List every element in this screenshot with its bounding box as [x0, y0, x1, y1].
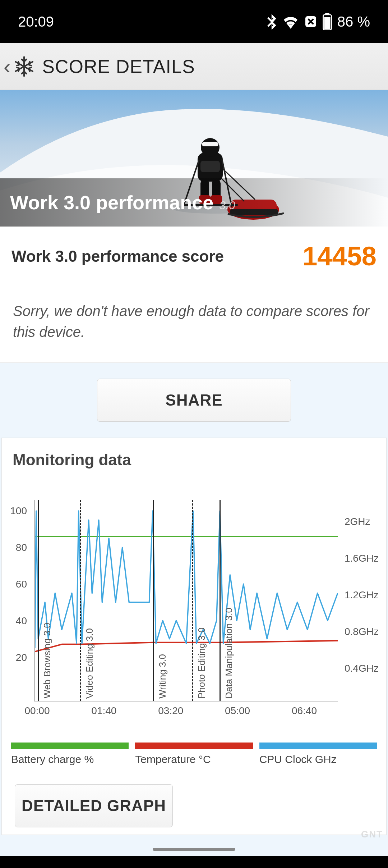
- y-right-tick: 0.8GHz: [345, 626, 379, 638]
- monitoring-chart[interactable]: 10080604020 2GHz1.6GHz1.2GHz0.8GHz0.4GHz…: [9, 500, 379, 730]
- detailed-graph-button[interactable]: DETAILED GRAPH: [15, 784, 173, 827]
- y-right-tick: 2GHz: [345, 516, 370, 527]
- phase-divider: Web Browsing 3.0: [38, 500, 39, 701]
- legend-label: CPU Clock GHz: [259, 753, 377, 766]
- phase-label: Writing 3.0: [157, 654, 168, 699]
- status-icons: 86 %: [267, 13, 370, 30]
- status-bar: 20:09 86 %: [0, 0, 388, 43]
- y-right-tick: 1.2GHz: [345, 589, 379, 601]
- phase-divider: Video Editing 3.0: [80, 500, 81, 701]
- score-value: 14458: [302, 241, 377, 271]
- svg-rect-17: [202, 142, 218, 146]
- phase-label: Video Editing 3.0: [84, 628, 95, 699]
- phase-label: Data Manipulation 3.0: [223, 608, 235, 699]
- app-header: ‹ SCORE DETAILS: [0, 43, 388, 90]
- svg-point-16: [201, 138, 220, 157]
- score-label: Work 3.0 performance score: [11, 247, 224, 265]
- battery-text: 86 %: [337, 14, 370, 30]
- compare-message: Sorry, we don't have enough data to comp…: [0, 286, 388, 363]
- x-tick: 00:00: [24, 705, 50, 717]
- phase-divider: Data Manipulation 3.0: [220, 500, 221, 701]
- phase-divider: Photo Editing 3.0: [192, 500, 193, 701]
- legend-label: Temperature °C: [135, 753, 253, 766]
- legend-item: Battery charge %: [11, 743, 129, 766]
- watermark: GNT: [361, 829, 383, 840]
- x-tick: 03:20: [158, 705, 183, 717]
- legend-label: Battery charge %: [11, 753, 129, 766]
- y-left-tick: 40: [16, 615, 27, 627]
- score-row: Work 3.0 performance score 14458: [0, 227, 388, 286]
- share-button[interactable]: SHARE: [97, 379, 291, 422]
- wifi-icon: [282, 14, 299, 29]
- x-tick: 05:00: [225, 705, 250, 717]
- svg-rect-15: [200, 161, 220, 172]
- clock: 20:09: [18, 14, 54, 30]
- y-left-tick: 60: [16, 579, 27, 590]
- phase-label: Web Browsing 3.0: [42, 623, 53, 699]
- y-left-tick: 80: [16, 542, 27, 553]
- svg-rect-3: [324, 17, 330, 29]
- legend-swatch: [259, 743, 377, 749]
- nav-handle[interactable]: [153, 848, 235, 851]
- phase-divider: Writing 3.0: [153, 500, 154, 701]
- monitoring-card: Monitoring data 10080604020 2GHz1.6GHz1.…: [1, 438, 387, 835]
- y-left-tick: 20: [16, 652, 27, 663]
- page-title: SCORE DETAILS: [42, 56, 195, 77]
- monitoring-title: Monitoring data: [2, 438, 386, 482]
- x-tick: 01:40: [91, 705, 116, 717]
- legend-swatch: [11, 743, 129, 749]
- hero-banner: Work 3.0 performance 3.0: [0, 90, 388, 227]
- close-box-icon: [304, 15, 317, 28]
- hero-title: Work 3.0 performance: [10, 191, 213, 214]
- y-left-tick: 100: [10, 505, 27, 517]
- hero-version: 3.0: [219, 199, 235, 212]
- legend-item: CPU Clock GHz: [259, 743, 377, 766]
- legend-swatch: [135, 743, 253, 749]
- x-tick: 06:40: [292, 705, 317, 717]
- battery-icon: [322, 13, 332, 30]
- phase-label: Photo Editing 3.0: [196, 627, 207, 699]
- legend-item: Temperature °C: [135, 743, 253, 766]
- y-right-tick: 0.4GHz: [345, 663, 379, 674]
- bluetooth-icon: [267, 14, 277, 29]
- chart-legend: Battery charge %Temperature °CCPU Clock …: [2, 734, 386, 770]
- y-right-tick: 1.6GHz: [345, 553, 379, 564]
- snowflake-icon: [13, 55, 36, 78]
- back-icon[interactable]: ‹: [4, 54, 10, 78]
